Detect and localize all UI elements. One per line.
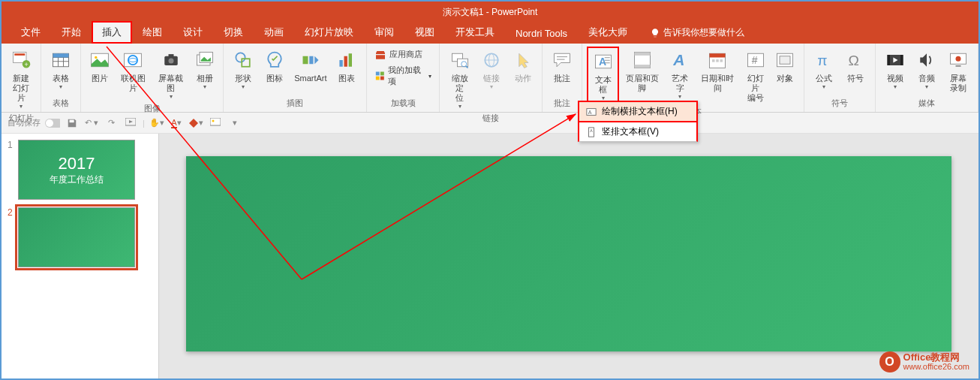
svg-text:Ω: Ω [848, 53, 858, 68]
addins-icon [374, 70, 386, 82]
picture-button[interactable]: 图片 [86, 47, 113, 85]
textbox-dropdown: A 绘制横排文本框(H) A 竖排文本框(V) [578, 101, 698, 142]
smartart-button[interactable]: SmartArt [291, 47, 329, 85]
tab-insert[interactable]: 插入 [92, 21, 132, 44]
svg-rect-49 [710, 53, 726, 57]
audio-icon [915, 48, 939, 72]
tab-file[interactable]: 文件 [11, 21, 51, 44]
tell-me-search[interactable]: 告诉我你想要做什么 [644, 22, 750, 44]
customize-qat[interactable]: ▾ [227, 116, 242, 131]
title-bar: 演示文稿1 - PowerPoint [2, 2, 978, 23]
datetime-icon [705, 48, 729, 72]
myaddins-button[interactable]: 我的加载项 ▾ [371, 63, 435, 89]
slidenumber-icon: # [744, 48, 768, 72]
link-icon [479, 48, 504, 72]
icons-button[interactable]: 图标 [260, 47, 290, 85]
svg-point-70 [46, 119, 53, 127]
svg-rect-21 [302, 56, 308, 65]
svg-rect-45 [634, 53, 650, 56]
tab-home[interactable]: 开始 [51, 21, 92, 44]
autosave-toggle[interactable] [45, 116, 60, 131]
textbox-button[interactable]: A 文本框 ▾ [587, 47, 618, 104]
horizontal-textbox-option[interactable]: A 绘制横排文本框(H) [579, 102, 696, 122]
shape-fill-button[interactable]: ▾ [188, 116, 203, 131]
video-button[interactable]: 视频 ▾ [880, 47, 910, 92]
group-media: 视频 ▾ 音频 ▾ 屏幕 录制 媒体 [876, 44, 978, 112]
svg-rect-24 [344, 56, 347, 67]
store-icon [374, 48, 386, 60]
svg-rect-26 [375, 72, 379, 76]
tab-slideshow[interactable]: 幻灯片放映 [294, 21, 364, 44]
zoom-button[interactable]: 缩放定 位 ▾ [444, 47, 475, 111]
svg-rect-16 [168, 54, 173, 57]
object-icon [773, 48, 797, 72]
shapes-button[interactable]: 形状 ▾ [228, 47, 258, 92]
audio-button[interactable]: 音频 ▾ [912, 47, 942, 92]
start-slideshow-button[interactable] [123, 116, 138, 131]
slide-canvas[interactable] [186, 156, 951, 351]
slide-thumbnail-1[interactable]: 2017 年度工作总结 [18, 140, 135, 200]
chart-button[interactable]: 图表 [332, 47, 362, 85]
save-button[interactable] [65, 116, 80, 131]
equation-button[interactable]: π 公式 ▾ [809, 47, 839, 92]
icons-icon [263, 48, 287, 72]
svg-text:+: + [24, 61, 28, 68]
action-button: 动作 [508, 47, 538, 85]
symbol-button[interactable]: Ω 符号 [840, 47, 870, 85]
symbol-icon: Ω [843, 48, 867, 72]
group-slides: + 新建 幻灯片 ▾ 幻灯片 [2, 44, 41, 112]
new-slide-button[interactable]: + 新建 幻灯片 ▾ [6, 47, 36, 111]
tab-developer[interactable]: 开发工具 [445, 21, 505, 44]
thumb-number: 1 [8, 140, 18, 200]
screenshot-icon [159, 48, 183, 72]
slidenumber-button[interactable]: # 幻灯片 编号 [741, 47, 770, 104]
tab-view[interactable]: 视图 [404, 21, 445, 44]
new-slide-icon: + [9, 48, 33, 72]
svg-rect-71 [70, 119, 74, 122]
svg-rect-28 [375, 77, 379, 80]
touch-mode-button[interactable]: ✋▾ [149, 116, 164, 131]
vertical-textbox-option[interactable]: A 竖排文本框(V) [579, 122, 696, 141]
tab-design[interactable]: 设计 [173, 21, 213, 44]
tab-nordri[interactable]: Nordri Tools [505, 23, 578, 44]
screenrec-button[interactable]: 屏幕 录制 [943, 47, 973, 95]
slide-thumbnail-2[interactable] [18, 207, 135, 267]
album-button[interactable]: 相册 ▾ [191, 47, 218, 92]
workspace: 1 2017 年度工作总结 2 [2, 134, 978, 380]
svg-rect-60 [887, 55, 890, 65]
svg-rect-23 [339, 60, 342, 67]
smartart-icon [299, 48, 323, 72]
store-button[interactable]: 应用商店 [371, 47, 435, 62]
svg-rect-9 [53, 53, 69, 57]
headerfooter-icon [630, 48, 654, 72]
comment-button[interactable]: 批注 [547, 47, 577, 85]
tab-transitions[interactable]: 切换 [213, 21, 254, 44]
ribbon: + 新建 幻灯片 ▾ 幻灯片 表格 ▾ 表格 图片 联机图片 [2, 44, 978, 113]
thumb-number: 2 [8, 207, 18, 267]
object-button[interactable]: 对象 [771, 47, 799, 85]
svg-rect-1 [14, 53, 25, 56]
tab-draw[interactable]: 绘图 [132, 21, 173, 44]
tab-review[interactable]: 审阅 [364, 21, 404, 44]
table-button[interactable]: 表格 ▾ [46, 47, 76, 92]
ribbon-tabs: 文件 开始 插入 绘图 设计 切换 动画 幻灯片放映 审阅 视图 开发工具 No… [2, 23, 978, 44]
tab-animations[interactable]: 动画 [254, 21, 294, 44]
svg-point-15 [168, 58, 173, 63]
screenshot-button[interactable]: 屏幕截图 ▾ [153, 47, 189, 101]
comment-icon [550, 48, 574, 72]
font-color-button[interactable]: A ▾ [169, 116, 184, 131]
insert-picture-qat[interactable] [208, 116, 223, 131]
undo-button[interactable]: ↶ ▾ [84, 116, 99, 131]
group-addins: 应用商店 我的加载项 ▾ 加载项 [367, 44, 440, 112]
wordart-icon: A [668, 48, 692, 72]
headerfooter-button[interactable]: 页眉和页脚 [621, 47, 664, 95]
datetime-button[interactable]: 日期和时间 [696, 47, 739, 95]
tab-beautify[interactable]: 美化大师 [578, 21, 638, 44]
watermark-title: Office教程网 [903, 352, 969, 362]
watermark-url: www.office26.com [903, 362, 969, 372]
redo-button[interactable]: ↷ [104, 116, 119, 131]
svg-rect-51 [717, 59, 720, 62]
online-picture-button[interactable]: 联机图片 [115, 47, 151, 95]
wordart-button[interactable]: A 艺术字 ▾ [666, 47, 694, 101]
svg-point-74 [212, 119, 214, 122]
